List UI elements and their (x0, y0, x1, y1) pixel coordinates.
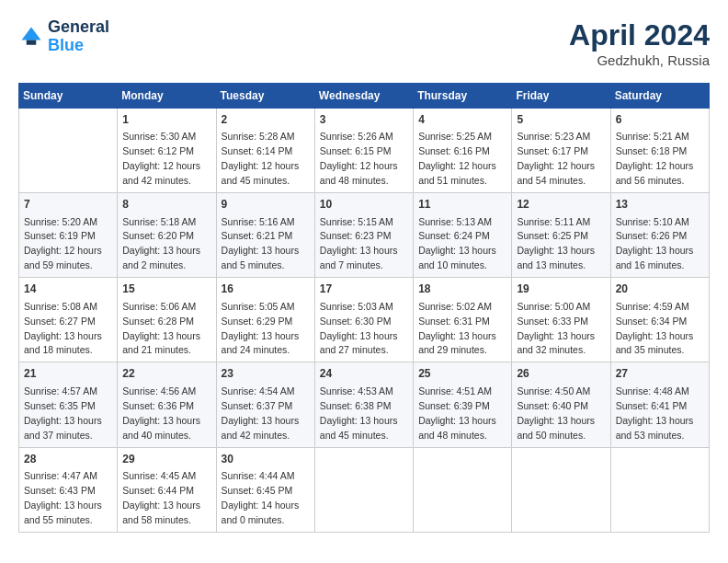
calendar-cell: 10Sunrise: 5:15 AM Sunset: 6:23 PM Dayli… (314, 193, 413, 278)
day-info: Sunrise: 5:30 AM Sunset: 6:12 PM Dayligh… (122, 131, 200, 186)
day-info: Sunrise: 5:15 AM Sunset: 6:23 PM Dayligh… (320, 216, 398, 271)
day-info: Sunrise: 5:08 AM Sunset: 6:27 PM Dayligh… (24, 301, 102, 356)
day-info: Sunrise: 5:13 AM Sunset: 6:24 PM Dayligh… (418, 216, 496, 271)
day-number: 3 (320, 112, 408, 128)
calendar-cell: 7Sunrise: 5:20 AM Sunset: 6:19 PM Daylig… (19, 193, 118, 278)
day-info: Sunrise: 5:23 AM Sunset: 6:17 PM Dayligh… (517, 131, 595, 186)
logo: GeneralBlue (18, 18, 109, 55)
weekday-header: Wednesday (314, 84, 413, 109)
calendar-cell: 30Sunrise: 4:44 AM Sunset: 6:45 PM Dayli… (216, 447, 314, 532)
calendar-cell: 6Sunrise: 5:21 AM Sunset: 6:18 PM Daylig… (610, 109, 709, 193)
day-number: 30 (222, 452, 310, 467)
calendar-cell: 14Sunrise: 5:08 AM Sunset: 6:27 PM Dayli… (19, 278, 118, 362)
calendar-cell: 17Sunrise: 5:03 AM Sunset: 6:30 PM Dayli… (314, 278, 413, 362)
day-number: 18 (418, 282, 506, 297)
calendar-cell: 28Sunrise: 4:47 AM Sunset: 6:43 PM Dayli… (19, 447, 118, 532)
day-info: Sunrise: 4:53 AM Sunset: 6:38 PM Dayligh… (320, 385, 398, 441)
calendar-cell: 20Sunrise: 4:59 AM Sunset: 6:34 PM Dayli… (610, 278, 709, 362)
day-number: 21 (24, 366, 112, 382)
day-number: 12 (517, 197, 605, 213)
day-number: 16 (222, 282, 310, 297)
day-number: 27 (616, 366, 704, 382)
calendar-cell: 29Sunrise: 4:45 AM Sunset: 6:44 PM Dayli… (118, 447, 216, 532)
day-number: 13 (616, 197, 704, 213)
day-number: 11 (418, 197, 506, 213)
day-number: 15 (122, 282, 210, 297)
calendar-week-row: 1Sunrise: 5:30 AM Sunset: 6:12 PM Daylig… (19, 109, 710, 193)
calendar-cell: 19Sunrise: 5:00 AM Sunset: 6:33 PM Dayli… (512, 278, 610, 362)
day-number: 28 (24, 452, 112, 467)
calendar-cell: 12Sunrise: 5:11 AM Sunset: 6:25 PM Dayli… (512, 193, 610, 278)
day-info: Sunrise: 5:05 AM Sunset: 6:29 PM Dayligh… (222, 301, 300, 356)
calendar-cell: 9Sunrise: 5:16 AM Sunset: 6:21 PM Daylig… (216, 193, 314, 278)
day-info: Sunrise: 4:45 AM Sunset: 6:44 PM Dayligh… (122, 470, 200, 525)
day-number: 20 (616, 282, 704, 297)
day-info: Sunrise: 4:44 AM Sunset: 6:45 PM Dayligh… (222, 470, 300, 525)
calendar-cell: 4Sunrise: 5:25 AM Sunset: 6:16 PM Daylig… (414, 109, 512, 193)
day-info: Sunrise: 5:16 AM Sunset: 6:21 PM Dayligh… (222, 216, 300, 271)
calendar-cell: 27Sunrise: 4:48 AM Sunset: 6:41 PM Dayli… (610, 362, 709, 447)
calendar-cell: 3Sunrise: 5:26 AM Sunset: 6:15 PM Daylig… (314, 109, 413, 193)
calendar-cell (19, 109, 118, 193)
day-info: Sunrise: 5:18 AM Sunset: 6:20 PM Dayligh… (122, 216, 200, 271)
day-number: 14 (24, 282, 112, 297)
day-number: 26 (517, 366, 605, 382)
day-info: Sunrise: 4:48 AM Sunset: 6:41 PM Dayligh… (616, 385, 694, 441)
day-info: Sunrise: 5:03 AM Sunset: 6:30 PM Dayligh… (320, 301, 398, 356)
day-number: 22 (122, 366, 210, 382)
calendar-cell: 13Sunrise: 5:10 AM Sunset: 6:26 PM Dayli… (610, 193, 709, 278)
calendar-cell: 8Sunrise: 5:18 AM Sunset: 6:20 PM Daylig… (118, 193, 216, 278)
logo-text: GeneralBlue (48, 18, 109, 55)
day-info: Sunrise: 5:28 AM Sunset: 6:14 PM Dayligh… (222, 131, 300, 186)
day-info: Sunrise: 5:20 AM Sunset: 6:19 PM Dayligh… (24, 216, 102, 271)
calendar-cell (414, 447, 512, 532)
calendar-week-row: 14Sunrise: 5:08 AM Sunset: 6:27 PM Dayli… (19, 278, 710, 362)
weekday-header: Friday (512, 84, 610, 109)
day-info: Sunrise: 4:54 AM Sunset: 6:37 PM Dayligh… (222, 385, 300, 441)
weekday-header: Monday (118, 84, 216, 109)
calendar-cell: 21Sunrise: 4:57 AM Sunset: 6:35 PM Dayli… (19, 362, 118, 447)
calendar-cell: 1Sunrise: 5:30 AM Sunset: 6:12 PM Daylig… (118, 109, 216, 193)
day-number: 23 (222, 366, 310, 382)
day-number: 4 (418, 112, 506, 128)
day-info: Sunrise: 5:11 AM Sunset: 6:25 PM Dayligh… (517, 216, 595, 271)
calendar-cell: 5Sunrise: 5:23 AM Sunset: 6:17 PM Daylig… (512, 109, 610, 193)
day-number: 29 (122, 452, 210, 467)
day-info: Sunrise: 4:56 AM Sunset: 6:36 PM Dayligh… (122, 385, 200, 441)
calendar-cell: 16Sunrise: 5:05 AM Sunset: 6:29 PM Dayli… (216, 278, 314, 362)
weekday-header: Tuesday (216, 84, 314, 109)
calendar-cell: 25Sunrise: 4:51 AM Sunset: 6:39 PM Dayli… (414, 362, 512, 447)
calendar-cell (610, 447, 709, 532)
day-number: 8 (122, 197, 210, 213)
calendar-cell: 2Sunrise: 5:28 AM Sunset: 6:14 PM Daylig… (216, 109, 314, 193)
day-info: Sunrise: 5:00 AM Sunset: 6:33 PM Dayligh… (517, 301, 595, 356)
day-info: Sunrise: 4:59 AM Sunset: 6:34 PM Dayligh… (616, 301, 694, 356)
calendar-cell: 15Sunrise: 5:06 AM Sunset: 6:28 PM Dayli… (118, 278, 216, 362)
day-info: Sunrise: 5:21 AM Sunset: 6:18 PM Dayligh… (616, 131, 694, 186)
title-block: April 2024 Gedzhukh, Russia (569, 18, 710, 68)
calendar-cell: 22Sunrise: 4:56 AM Sunset: 6:36 PM Dayli… (118, 362, 216, 447)
day-number: 17 (320, 282, 408, 297)
calendar-cell (512, 447, 610, 532)
calendar-cell: 18Sunrise: 5:02 AM Sunset: 6:31 PM Dayli… (414, 278, 512, 362)
page-header: GeneralBlue April 2024 Gedzhukh, Russia (18, 18, 710, 68)
location: Gedzhukh, Russia (569, 52, 710, 68)
day-info: Sunrise: 5:10 AM Sunset: 6:26 PM Dayligh… (616, 216, 694, 271)
day-info: Sunrise: 5:25 AM Sunset: 6:16 PM Dayligh… (418, 131, 496, 186)
svg-marker-0 (22, 27, 41, 40)
day-info: Sunrise: 5:06 AM Sunset: 6:28 PM Dayligh… (122, 301, 200, 356)
day-info: Sunrise: 4:51 AM Sunset: 6:39 PM Dayligh… (418, 385, 496, 441)
calendar-cell: 11Sunrise: 5:13 AM Sunset: 6:24 PM Dayli… (414, 193, 512, 278)
calendar-week-row: 7Sunrise: 5:20 AM Sunset: 6:19 PM Daylig… (19, 193, 710, 278)
day-number: 7 (24, 197, 112, 213)
calendar-week-row: 28Sunrise: 4:47 AM Sunset: 6:43 PM Dayli… (19, 447, 710, 532)
day-number: 25 (418, 366, 506, 382)
day-info: Sunrise: 4:47 AM Sunset: 6:43 PM Dayligh… (24, 470, 102, 525)
logo-icon (18, 24, 44, 50)
weekday-header: Thursday (414, 84, 512, 109)
day-info: Sunrise: 4:50 AM Sunset: 6:40 PM Dayligh… (517, 385, 595, 441)
weekday-header: Sunday (19, 84, 118, 109)
day-number: 2 (222, 112, 310, 128)
day-number: 9 (222, 197, 310, 213)
day-number: 1 (122, 112, 210, 128)
